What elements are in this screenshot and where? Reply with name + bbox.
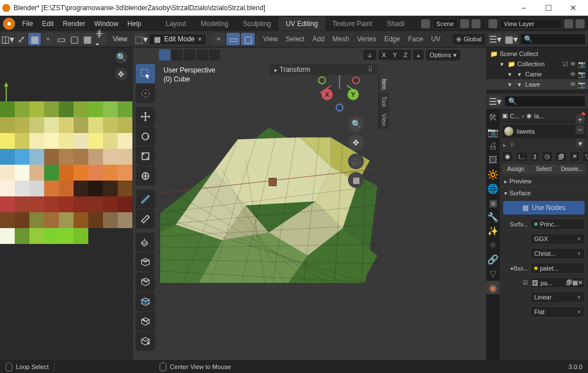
outliner-row[interactable]: 📁Scene Collect — [486, 49, 588, 59]
palette-cell[interactable] — [74, 101, 88, 117]
viewport-add[interactable]: Add — [309, 35, 328, 43]
tool-extrude[interactable] — [136, 233, 155, 252]
menu-render[interactable]: Render — [58, 20, 89, 28]
viewlayer-selector[interactable]: View Layer — [500, 19, 562, 29]
uv-selmode-edge-icon[interactable]: ▭ — [55, 33, 67, 45]
palette-cell[interactable] — [15, 228, 29, 244]
outliner-row[interactable]: ▾▾Came👁📷 — [486, 69, 588, 79]
palette-cell[interactable] — [0, 228, 15, 244]
palette-cell[interactable] — [118, 133, 132, 149]
palette-cell[interactable] — [15, 133, 29, 149]
palette-cell[interactable] — [44, 165, 59, 181]
ntab-view[interactable]: View — [379, 110, 389, 130]
palette-cell[interactable] — [15, 101, 29, 117]
editor-type-icon[interactable]: ⬚▾ — [134, 33, 148, 45]
uv-sync-icon[interactable]: ▦ — [28, 33, 40, 45]
uv-selmode-face-icon[interactable]: ▢ — [68, 33, 80, 45]
add-slot-button[interactable]: + — [576, 115, 585, 124]
palette-cell[interactable] — [74, 212, 88, 228]
select-extend-icon[interactable] — [171, 49, 183, 61]
viewport-mesh[interactable]: Mesh — [329, 35, 353, 43]
props-breadcrumb[interactable]: ▣C...›◉la... 📌 — [500, 110, 588, 122]
palette-cell[interactable] — [29, 228, 44, 244]
palette-cell[interactable] — [59, 101, 74, 117]
palette-cell[interactable] — [29, 165, 44, 181]
palette-cell[interactable] — [15, 165, 29, 181]
tab-shading[interactable]: Shadi — [380, 17, 412, 31]
3d-viewport[interactable]: ⬚▾ ▦Edit Mode▾ ▫ ▭ ▢ View Select Add Mes… — [133, 31, 486, 360]
mesh-filter-icon[interactable]: ⫝ — [363, 50, 376, 60]
tab-modeling[interactable]: Modeling — [194, 17, 236, 31]
palette-cell[interactable] — [103, 228, 118, 244]
select-button[interactable]: Select — [530, 164, 558, 174]
palette-cell[interactable] — [74, 149, 88, 165]
material-slot[interactable]: laweta + − ▾ — [502, 125, 586, 138]
palette-grid[interactable] — [0, 101, 133, 244]
scene-selector[interactable]: Scene — [432, 19, 458, 29]
axis-filter[interactable]: XYZ — [379, 50, 411, 60]
base-color[interactable]: palet... — [530, 263, 585, 274]
uv-snap-icon[interactable]: ⸎▾ — [95, 33, 107, 45]
ptab-material-icon[interactable]: ◉ — [486, 281, 500, 294]
scene-close-icon[interactable] — [471, 19, 480, 28]
tool-polybuild[interactable] — [136, 332, 155, 351]
tab-sculpting[interactable]: Sculpting — [236, 17, 278, 31]
palette-cell[interactable] — [118, 196, 132, 212]
palette-cell[interactable] — [44, 101, 59, 117]
viewport-face[interactable]: Face — [405, 35, 427, 43]
props-type-icon[interactable]: ☰▾ — [488, 95, 502, 108]
panel-preview[interactable]: ▸Preview — [500, 175, 588, 187]
tool-scale[interactable] — [136, 147, 155, 166]
palette-cell[interactable] — [74, 181, 88, 196]
viewport-vertex[interactable]: Vertex — [354, 35, 380, 43]
palette-cell[interactable] — [0, 133, 15, 149]
edge-select-icon[interactable]: ▭ — [226, 33, 240, 45]
deselect-button[interactable]: Desele... — [558, 164, 586, 174]
palette-cell[interactable] — [15, 212, 29, 228]
image-texture[interactable]: 🖼pa...🗐▦✕ — [530, 277, 585, 288]
palette-cell[interactable] — [118, 149, 132, 165]
select-subtract-icon[interactable] — [184, 49, 195, 61]
palette-cell[interactable] — [103, 117, 118, 133]
palette-cell[interactable] — [88, 133, 103, 149]
persp-icon[interactable]: ▦ — [348, 172, 364, 188]
palette-cell[interactable] — [29, 101, 44, 117]
palette-cell[interactable] — [74, 117, 88, 133]
palette-cell[interactable] — [29, 181, 44, 196]
menu-help[interactable]: Help — [123, 20, 146, 28]
viewlayer-close-icon[interactable] — [576, 19, 585, 28]
palette-cell[interactable] — [59, 212, 74, 228]
ptab-data-icon[interactable]: ▽ — [486, 267, 500, 280]
palette-cell[interactable] — [118, 101, 132, 117]
select-box-icon[interactable] — [159, 49, 170, 61]
subsurface-method[interactable]: Christ...▾ — [530, 248, 585, 259]
object-mode-selector[interactable]: ▦Edit Mode▾ — [149, 33, 207, 45]
camera-icon[interactable]: 🎥 — [348, 153, 364, 169]
palette-cell[interactable] — [15, 196, 29, 212]
ptab-physics-icon[interactable]: ⚛ — [486, 238, 500, 252]
palette-cell[interactable] — [118, 181, 132, 196]
viewport-uv[interactable]: UV — [428, 35, 444, 43]
palette-cell[interactable] — [88, 101, 103, 117]
tab-uvediting[interactable]: UV Editing — [278, 17, 325, 31]
palette-cell[interactable] — [44, 117, 59, 133]
npanel-transform[interactable]: ▸Transform⠿ — [270, 64, 377, 75]
palette-cell[interactable] — [29, 196, 44, 212]
palette-cell[interactable] — [88, 117, 103, 133]
ptab-object-icon[interactable]: ▣ — [486, 196, 500, 209]
tool-inset[interactable] — [136, 252, 155, 272]
select-intersect-icon[interactable] — [209, 49, 220, 61]
viewport-select[interactable]: Select — [282, 35, 308, 43]
tool-cursor[interactable] — [136, 84, 155, 103]
options-dropdown[interactable]: Options ▾ — [426, 50, 460, 61]
menu-file[interactable]: File — [18, 20, 37, 28]
outliner-row[interactable]: ▾▾Lawe👁📷 — [486, 79, 588, 89]
outliner-search[interactable]: 🔍 — [520, 33, 586, 45]
palette-cell[interactable] — [44, 133, 59, 149]
palette-cell[interactable] — [0, 165, 15, 181]
viewport-edge[interactable]: Edge — [381, 35, 404, 43]
blender-logo-icon[interactable] — [3, 18, 15, 30]
use-nodes-button[interactable]: ▦Use Nodes — [503, 201, 585, 215]
tool-rotate[interactable] — [136, 127, 155, 146]
palette-cell[interactable] — [0, 101, 15, 117]
